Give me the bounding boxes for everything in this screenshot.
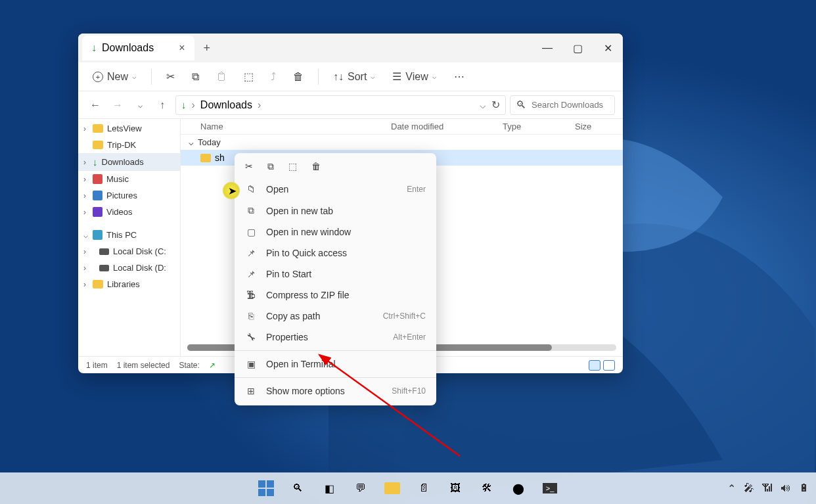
- up-button[interactable]: ↑: [153, 96, 171, 114]
- context-menu-item-copy-as-path[interactable]: ⎘Copy as pathCtrl+Shift+C: [235, 306, 436, 327]
- sort-button[interactable]: ↑↓ Sort ⌵: [327, 67, 382, 87]
- col-size[interactable]: Size: [575, 122, 591, 131]
- details-view-button[interactable]: [589, 360, 601, 371]
- chevron-down-icon: ⌵: [189, 137, 194, 147]
- context-menu-item-pin-to-start[interactable]: 📌︎Pin to Start: [235, 263, 436, 285]
- menu-shortcut: Ctrl+Shift+C: [383, 311, 426, 321]
- breadcrumb-downloads[interactable]: Downloads: [200, 99, 252, 111]
- search-box[interactable]: 🔍︎: [510, 95, 615, 115]
- sidebar-item-music[interactable]: ›Music: [78, 171, 180, 187]
- cursor-icon: ➤: [228, 185, 237, 197]
- pc-icon: [93, 230, 102, 240]
- cut-button[interactable]: ✂: [160, 66, 181, 87]
- chevron-right-icon: ›: [192, 99, 195, 111]
- copy-icon[interactable]: ⧉: [267, 161, 274, 172]
- wrench-icon: 🔧︎: [245, 332, 257, 342]
- taskbar-notepad-button[interactable]: 📄︎: [411, 475, 437, 501]
- cut-icon[interactable]: ✂: [245, 161, 253, 172]
- context-menu-item-pin-to-quick-access[interactable]: 📌︎Pin to Quick access: [235, 242, 436, 263]
- rename-icon[interactable]: ⬚: [288, 161, 297, 172]
- paste-button[interactable]: 📋︎: [210, 67, 233, 87]
- start-button[interactable]: [253, 475, 279, 501]
- trash-icon[interactable]: 🗑︎: [311, 161, 321, 172]
- chevron-right-icon: ›: [83, 124, 86, 133]
- col-modified[interactable]: Date modified: [391, 122, 503, 131]
- disk-icon: [99, 265, 109, 271]
- context-menu-item-open-in-new-tab[interactable]: ⧉Open in new tab: [235, 200, 436, 221]
- menu-label: Pin to Start: [266, 269, 311, 279]
- videos-icon: [93, 207, 102, 217]
- svg-rect-2: [258, 480, 265, 488]
- folder-icon: 📁︎: [245, 184, 257, 195]
- sort-icon: ↑↓: [333, 71, 344, 83]
- wifi-icon[interactable]: 📶︎: [762, 482, 773, 494]
- taskbar-app-1[interactable]: 🖼︎: [442, 475, 468, 501]
- svg-line-1: [319, 355, 460, 456]
- new-button[interactable]: + New ⌵: [86, 67, 143, 87]
- chevron-right-icon: ›: [83, 263, 86, 273]
- sidebar-item-videos[interactable]: ›Videos: [78, 204, 180, 220]
- chevron-right-icon: ›: [83, 208, 86, 217]
- context-menu-item-open[interactable]: 📁︎OpenEnter: [235, 179, 436, 200]
- taskbar-app-2[interactable]: 🛠︎: [474, 475, 500, 501]
- taskbar-app-3[interactable]: ⬤: [505, 475, 532, 501]
- menu-label: Compress to ZIP file: [266, 290, 350, 300]
- maximize-button[interactable]: ▢: [562, 34, 593, 62]
- tab-downloads[interactable]: ↓ Downloads ×: [82, 35, 194, 60]
- sidebar-item-pictures[interactable]: ›Pictures: [78, 187, 180, 204]
- share-icon: ⤴: [271, 71, 276, 83]
- copy-button[interactable]: ⧉: [185, 67, 206, 87]
- chevron-down-icon: ⌵: [432, 72, 437, 81]
- close-tab-icon[interactable]: ×: [179, 42, 185, 54]
- sidebar-item-tripdk[interactable]: Trip-DK: [78, 137, 180, 153]
- sidebar-item-libraries[interactable]: ›Libraries: [78, 276, 180, 292]
- chevron-down-icon[interactable]: ⌵: [480, 99, 486, 111]
- chevron-right-icon: ›: [83, 247, 86, 256]
- refresh-button[interactable]: ↻: [491, 99, 500, 111]
- group-today[interactable]: ⌵Today: [181, 135, 623, 150]
- taskbar-taskview-button[interactable]: ◧: [316, 475, 342, 501]
- sidebar-item-letsview[interactable]: ›LetsView: [78, 120, 180, 137]
- battery-icon[interactable]: 🔋︎: [799, 482, 809, 494]
- tray-chevron-icon[interactable]: ⌃: [727, 482, 736, 495]
- sidebar-item-downloads[interactable]: ›↓Downloads: [78, 153, 180, 171]
- context-menu-item-open-in-new-window[interactable]: ▢Open in new window: [235, 221, 436, 242]
- taskbar-explorer-button[interactable]: [379, 475, 405, 501]
- more-button[interactable]: ⋯: [447, 66, 471, 87]
- context-menu-item-compress-to-zip-file[interactable]: 🗜︎Compress to ZIP file: [235, 285, 436, 306]
- chevron-down-icon: ⌵: [371, 72, 375, 81]
- forward-button[interactable]: →: [108, 96, 127, 114]
- close-button[interactable]: ✕: [593, 34, 623, 62]
- minimize-button[interactable]: —: [532, 34, 562, 62]
- system-tray[interactable]: ⌃ 🎤︎ 📶︎ 🔊︎ 🔋︎: [727, 482, 809, 495]
- file-name: sh: [215, 152, 225, 163]
- volume-icon[interactable]: 🔊︎: [781, 482, 791, 494]
- new-tab-button[interactable]: +: [204, 41, 211, 55]
- taskbar-terminal-button[interactable]: >_: [537, 475, 563, 501]
- back-button[interactable]: ←: [86, 96, 104, 114]
- context-menu-item-properties[interactable]: 🔧︎PropertiesAlt+Enter: [235, 327, 436, 348]
- sidebar-item-thispc[interactable]: ⌵This PC: [78, 227, 180, 243]
- rename-button[interactable]: ⬚: [237, 66, 260, 87]
- col-name[interactable]: Name: [200, 122, 391, 131]
- window-icon: ▢: [245, 227, 257, 237]
- delete-button[interactable]: 🗑︎: [286, 67, 310, 87]
- search-input[interactable]: [532, 100, 610, 110]
- chevron-right-icon: ›: [83, 191, 86, 200]
- microphone-icon[interactable]: 🎤︎: [744, 482, 754, 494]
- folder-icon: [93, 141, 103, 149]
- sidebar-item-diskc[interactable]: ›Local Disk (C:: [78, 243, 180, 260]
- view-button[interactable]: ☰ View ⌵: [386, 66, 443, 87]
- tab-title: Downloads: [102, 42, 154, 54]
- share-button[interactable]: ⤴: [264, 67, 283, 87]
- taskbar-search-button[interactable]: 🔍︎: [284, 475, 311, 501]
- col-type[interactable]: Type: [503, 122, 575, 131]
- breadcrumb[interactable]: ↓ › Downloads › ⌵ ↻: [175, 95, 506, 115]
- annotation-arrow: [315, 351, 466, 463]
- taskbar-chat-button[interactable]: 💬︎: [348, 475, 374, 501]
- sidebar-item-diskd[interactable]: ›Local Disk (D:: [78, 260, 180, 276]
- thumbnails-view-button[interactable]: [603, 360, 615, 371]
- recent-button[interactable]: ⌵: [131, 96, 149, 114]
- folder-icon: [93, 124, 103, 133]
- download-icon: ↓: [93, 156, 98, 168]
